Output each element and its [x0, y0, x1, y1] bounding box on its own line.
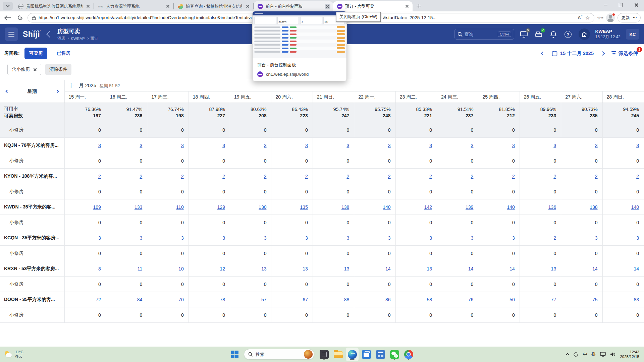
global-search-input[interactable]	[465, 32, 496, 37]
availability-link[interactable]: 2	[595, 174, 598, 179]
availability-link[interactable]: 139	[466, 204, 473, 210]
availability-link[interactable]: 12	[220, 266, 225, 272]
availability-link[interactable]: 3	[429, 235, 432, 241]
browser-tab-3[interactable]: 旅客查询 - 紫楠旅馆业治安信息管	[174, 1, 253, 11]
minimize-button[interactable]	[598, 0, 613, 10]
property-block[interactable]: KWEAP 15 12月 12:42	[595, 29, 621, 40]
availability-link[interactable]: 3	[346, 235, 349, 241]
availability-link[interactable]: 14	[385, 266, 391, 272]
availability-link[interactable]: 140	[383, 204, 390, 210]
availability-link[interactable]: 3	[595, 235, 598, 241]
availability-link[interactable]: 67	[303, 297, 308, 302]
availability-link[interactable]: 3	[429, 143, 432, 148]
availability-link[interactable]: 2	[636, 174, 639, 179]
browser-tab-5[interactable]: 预订 - 房型可卖	[333, 1, 413, 11]
availability-link[interactable]: 14	[592, 266, 598, 272]
availability-link[interactable]: 2	[553, 235, 556, 241]
availability-link[interactable]: 3	[388, 143, 391, 148]
availability-link[interactable]: 3	[512, 143, 515, 148]
filter-chip-maintenance[interactable]: 含小修房	[7, 64, 41, 75]
availability-link[interactable]: 138	[590, 204, 597, 210]
maximize-button[interactable]	[613, 0, 629, 10]
ime-mode-indicator[interactable]: 中	[583, 351, 587, 357]
availability-link[interactable]: 2	[388, 174, 391, 179]
availability-link[interactable]: 3	[636, 143, 639, 148]
availability-link[interactable]: 3	[98, 143, 101, 148]
availability-link[interactable]: 3	[471, 143, 474, 148]
availability-link[interactable]: 3	[595, 143, 598, 148]
sync-icon[interactable]	[573, 352, 578, 357]
availability-link[interactable]: 3	[140, 143, 142, 148]
availability-link[interactable]: 140	[631, 204, 639, 210]
availability-link[interactable]: 3	[222, 143, 225, 148]
availability-link[interactable]: 14	[468, 266, 474, 272]
availability-link[interactable]: 3	[388, 235, 391, 241]
availability-link[interactable]: 13	[303, 266, 308, 272]
availability-link[interactable]: 109	[93, 204, 101, 210]
taskbar-weather-widget[interactable]: 11°C 多云	[0, 350, 94, 359]
display-icon[interactable]	[600, 352, 606, 357]
availability-link[interactable]: 3	[98, 235, 101, 241]
taskbar-clock[interactable]: 12:43 2025/12/15	[620, 350, 639, 359]
availability-link[interactable]: 138	[341, 204, 349, 210]
availability-link[interactable]: 50	[509, 297, 515, 302]
tab-close-icon[interactable]	[165, 4, 171, 9]
availability-link[interactable]: 88	[344, 297, 350, 302]
taskbar-search[interactable]	[244, 349, 314, 360]
home-button[interactable]	[579, 28, 590, 40]
cashier-status-button[interactable]	[534, 30, 543, 39]
tab-close-icon[interactable]	[325, 4, 330, 9]
availability-link[interactable]: 86	[385, 297, 391, 302]
availability-link[interactable]: 58	[427, 297, 432, 302]
availability-link[interactable]: 14	[634, 266, 639, 272]
read-aloud-icon[interactable]: A	[578, 15, 582, 20]
availability-link[interactable]: 3	[222, 235, 225, 241]
availability-link[interactable]: 2	[471, 174, 474, 179]
availability-link[interactable]: 57	[261, 297, 267, 302]
back-button[interactable]	[3, 13, 13, 22]
browser-update-button[interactable]: 更新	[618, 13, 641, 22]
availability-link[interactable]: 3	[264, 143, 267, 148]
availability-link[interactable]: 2	[222, 174, 225, 179]
remove-filter-icon[interactable]	[33, 68, 37, 71]
availability-link[interactable]: 3	[346, 143, 349, 148]
availability-link[interactable]: 10	[178, 266, 184, 272]
availability-link[interactable]: 3	[636, 235, 639, 241]
taskbar-app-file-explorer[interactable]	[332, 348, 344, 361]
availability-link[interactable]: 2	[429, 174, 432, 179]
availability-link[interactable]: 76	[468, 297, 474, 302]
taskbar-app-edge[interactable]	[346, 348, 359, 361]
breadcrumb-hotel[interactable]: 酒店	[57, 36, 65, 41]
taskbar-app-wechat[interactable]	[388, 348, 401, 361]
prev-date-button[interactable]	[541, 51, 545, 56]
volume-icon[interactable]	[610, 352, 615, 357]
availability-link[interactable]: 3	[140, 235, 142, 241]
availability-link[interactable]: 2	[553, 174, 556, 179]
start-button[interactable]	[229, 349, 240, 360]
close-window-button[interactable]	[629, 0, 644, 10]
browser-tab-1[interactable]: 贵阳机场智选假日酒店系统网址导	[14, 1, 94, 11]
taskbar-app-app-dark[interactable]	[318, 348, 330, 361]
availability-link[interactable]: 75	[592, 297, 598, 302]
favorite-star-icon[interactable]	[585, 14, 590, 21]
availability-link[interactable]: 142	[424, 204, 432, 210]
availability-link[interactable]: 13	[344, 266, 350, 272]
taskbar-search-input[interactable]	[256, 352, 301, 357]
date-picker[interactable]: 15 十二月 2025	[552, 50, 594, 57]
new-tab-button[interactable]	[415, 2, 423, 10]
taskbar-app-calculator[interactable]	[374, 348, 387, 361]
notifications-button[interactable]	[549, 30, 558, 39]
tab-close-icon[interactable]	[404, 4, 410, 9]
availability-link[interactable]: 13	[551, 266, 556, 272]
clear-filters-button[interactable]: 清除条件	[45, 64, 71, 75]
availability-link[interactable]: 77	[551, 297, 556, 302]
availability-link[interactable]: 72	[96, 297, 101, 302]
availability-link[interactable]: 2	[181, 174, 184, 179]
browser-tab-2[interactable]: Shiji人力资源管理系统	[94, 1, 173, 11]
availability-link[interactable]: 3	[471, 235, 474, 241]
availability-link[interactable]: 2	[98, 174, 101, 179]
availability-link[interactable]: 2	[140, 174, 142, 179]
availability-link[interactable]: 3	[181, 235, 184, 241]
availability-link[interactable]: 84	[137, 297, 143, 302]
availability-link[interactable]: 130	[259, 204, 266, 210]
